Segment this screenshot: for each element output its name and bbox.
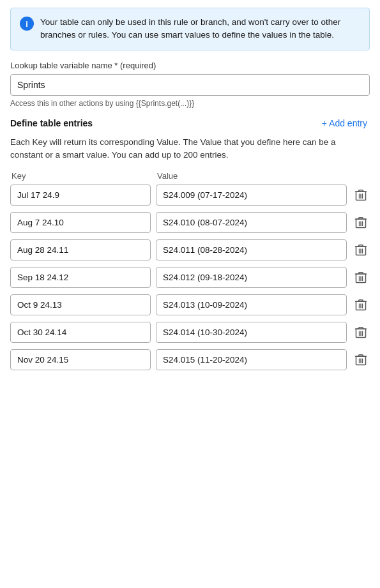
- trash-icon: [354, 298, 367, 312]
- trash-icon: [354, 353, 367, 367]
- table-row: [10, 349, 370, 370]
- table-row: [10, 239, 370, 260]
- table-row: [10, 294, 370, 315]
- entry-key-input[interactable]: [10, 349, 151, 370]
- table-row: [10, 212, 370, 233]
- entry-value-input[interactable]: [156, 239, 347, 260]
- info-banner-text: Your table can only be used in this rule…: [40, 16, 360, 42]
- entry-value-input[interactable]: [156, 212, 347, 233]
- table-row: [10, 322, 370, 343]
- entry-key-input[interactable]: [10, 322, 151, 343]
- field-label: Lookup table variable name * (required): [10, 61, 370, 70]
- delete-entry-button[interactable]: [352, 323, 370, 342]
- delete-entry-button[interactable]: [352, 213, 370, 232]
- define-title: Define table entries: [10, 118, 93, 128]
- entry-value-input[interactable]: [156, 349, 347, 370]
- trash-icon: [354, 326, 367, 340]
- col-value-header: Value: [157, 171, 178, 181]
- entry-value-input[interactable]: [156, 322, 347, 343]
- access-hint: Access this in other actions by using {{…: [10, 99, 370, 108]
- info-icon: i: [20, 17, 34, 31]
- entry-key-input[interactable]: [10, 294, 151, 315]
- table-row: [10, 185, 370, 206]
- entry-rows-container: [10, 185, 370, 370]
- trash-icon: [354, 271, 367, 285]
- delete-entry-button[interactable]: [352, 268, 370, 287]
- delete-entry-button[interactable]: [352, 351, 370, 370]
- add-entry-button[interactable]: + Add entry: [319, 117, 370, 130]
- entry-key-input[interactable]: [10, 239, 151, 260]
- entry-key-input[interactable]: [10, 185, 151, 206]
- table-description: Each Key will return its corresponding V…: [10, 136, 370, 163]
- entry-value-input[interactable]: [156, 267, 347, 288]
- table-column-headers: Key Value: [10, 171, 370, 181]
- define-header: Define table entries + Add entry: [10, 117, 370, 130]
- delete-entry-button[interactable]: [352, 241, 370, 260]
- col-key-header: Key: [11, 171, 152, 181]
- entry-value-input[interactable]: [156, 294, 347, 315]
- variable-name-input[interactable]: [10, 74, 370, 96]
- table-row: [10, 267, 370, 288]
- entry-value-input[interactable]: [156, 185, 347, 206]
- form-section: Lookup table variable name * (required) …: [0, 61, 380, 371]
- trash-icon: [354, 243, 367, 257]
- entry-key-input[interactable]: [10, 212, 151, 233]
- trash-icon: [354, 188, 367, 202]
- entry-key-input[interactable]: [10, 267, 151, 288]
- info-banner: i Your table can only be used in this ru…: [10, 8, 370, 50]
- delete-entry-button[interactable]: [352, 296, 370, 315]
- trash-icon: [354, 216, 367, 230]
- delete-entry-button[interactable]: [352, 186, 370, 205]
